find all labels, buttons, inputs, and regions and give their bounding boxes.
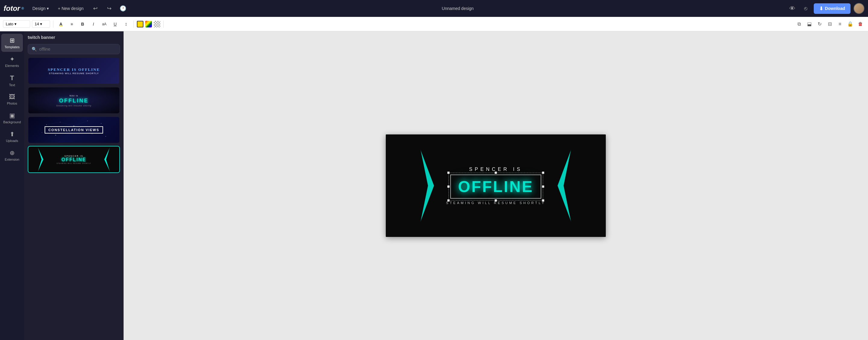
separator — [53, 21, 53, 28]
template-4-left-overlay — [28, 147, 41, 173]
template-4-right-overlay — [106, 147, 119, 173]
top-navigation: fotor® Design ▾ + New design ↩ ↪ 🕐 Unnam… — [0, 0, 868, 17]
svg-point-7 — [92, 133, 92, 134]
template-1-title: SPENCER IS OFFLINE — [48, 67, 100, 72]
fill-color-swatch[interactable] — [137, 21, 144, 27]
template-4-center: SPENCER IS OFFLINE STEAMING WILL RESUME … — [57, 155, 91, 164]
svg-point-5 — [41, 132, 42, 133]
uploads-icon: ⬆ — [10, 130, 15, 138]
handle-top-center[interactable] — [495, 172, 497, 174]
sidebar-item-background[interactable]: ▣ Background — [1, 109, 23, 127]
handle-bottom-right[interactable] — [542, 199, 544, 202]
elements-icon: ✦ — [10, 56, 15, 63]
handle-mid-right[interactable] — [542, 185, 544, 188]
search-input[interactable] — [39, 47, 116, 52]
svg-point-4 — [101, 123, 101, 124]
history-button[interactable]: 🕐 — [118, 3, 128, 13]
handle-bottom-left[interactable] — [447, 199, 450, 202]
delete-button[interactable]: 🗑 — [856, 20, 865, 29]
rotate-button[interactable]: ↻ — [815, 20, 824, 29]
font-color-btn[interactable]: A — [56, 20, 65, 29]
template-item-3[interactable]: CONSTELLATION VIEWS — [28, 116, 120, 144]
main-area: ⊞ Templates ✦ Elements T Text 🖼 Photos ▣… — [0, 31, 868, 340]
vertical-align-button[interactable]: ⬓ — [805, 20, 814, 29]
lock-button[interactable]: 🔒 — [846, 20, 855, 29]
templates-panel: twitch banner 🔍 SPENCER IS OFFLINE STEAM… — [24, 31, 124, 340]
search-bar: 🔍 — [28, 44, 120, 54]
svg-point-6 — [55, 135, 56, 136]
text-align-button[interactable]: ≡ — [67, 20, 76, 29]
design-canvas: SPENCER IS OFFLINE STEAMING WILL RESUME … — [386, 134, 606, 237]
font-color-button[interactable]: A — [56, 20, 65, 29]
handle-top-right[interactable] — [542, 172, 544, 174]
canvas-area[interactable]: SPENCER IS OFFLINE STEAMING WILL RESUME … — [124, 31, 868, 340]
svg-line-11 — [74, 121, 87, 126]
text-icon: T — [10, 74, 14, 82]
canvas-offline-text[interactable]: OFFLINE — [458, 178, 533, 196]
canvas-content: SPENCER IS OFFLINE STEAMING WILL RESUME … — [386, 134, 606, 237]
template-4-subtitle: STEAMING WILL RESUME SHORTLY — [57, 162, 91, 164]
templates-icon: ⊞ — [10, 37, 15, 44]
duplicate-button[interactable]: ⧉ — [795, 20, 804, 29]
template-grid: SPENCER IS OFFLINE STEAMING WILL RESUME … — [28, 57, 120, 173]
template-item-1[interactable]: SPENCER IS OFFLINE STEAMING WILL RESUME … — [28, 57, 120, 84]
text-effect-button[interactable] — [145, 21, 152, 27]
template-item-2[interactable]: Niki is OFFLINE Steaming will resume sho… — [28, 87, 120, 114]
design-menu-button[interactable]: Design ▾ — [30, 5, 52, 12]
underline-button[interactable]: U — [111, 20, 120, 29]
horizontal-align-button[interactable]: ⊟ — [825, 20, 834, 29]
template-item-4[interactable]: SPENCER IS OFFLINE STEAMING WILL RESUME … — [28, 146, 120, 173]
sidebar-item-photos[interactable]: 🖼 Photos — [1, 90, 23, 108]
bold-button[interactable]: B — [78, 20, 87, 29]
logo-sup: ® — [22, 6, 24, 10]
template-4-offline: OFFLINE — [57, 157, 91, 162]
canvas-offline-selected-box[interactable]: OFFLINE — [450, 175, 541, 198]
new-design-button[interactable]: + New design — [55, 5, 87, 12]
sidebar-item-label: Background — [3, 120, 21, 124]
extension-icon: ⊕ — [10, 149, 15, 156]
sidebar-item-extension[interactable]: ⊕ Extension — [1, 146, 23, 164]
font-family-selector[interactable]: Lato ▾ — [3, 20, 30, 28]
share-button[interactable]: ⎋ — [801, 3, 811, 13]
left-sidebar: ⊞ Templates ✦ Elements T Text 🖼 Photos ▣… — [0, 31, 24, 340]
sidebar-item-elements[interactable]: ✦ Elements — [1, 53, 23, 70]
panel-title: twitch banner — [28, 35, 120, 40]
document-title[interactable]: Unnamed design — [132, 6, 784, 11]
template-2-sub: Steaming will resume shortly — [56, 104, 91, 107]
sidebar-item-text[interactable]: T Text — [1, 71, 23, 90]
sidebar-item-label: Uploads — [6, 139, 18, 143]
template-2-offline: OFFLINE — [59, 98, 89, 104]
avatar[interactable] — [854, 3, 864, 14]
italic-button[interactable]: I — [89, 20, 98, 29]
photos-icon: 🖼 — [9, 93, 15, 100]
sidebar-item-label: Photos — [7, 101, 17, 105]
chevron-down-icon: ▾ — [14, 22, 17, 26]
layers-button[interactable]: ≡ — [835, 20, 844, 29]
sidebar-item-uploads[interactable]: ⬆ Uploads — [1, 127, 23, 146]
sidebar-item-label: Extension — [5, 158, 19, 161]
logo[interactable]: fotor® — [4, 4, 24, 13]
handle-bottom-center[interactable] — [495, 199, 497, 202]
template-3-text: CONSTELLATION VIEWS — [44, 126, 103, 133]
download-icon: ⬇ — [819, 6, 823, 11]
svg-line-9 — [46, 122, 60, 125]
separator — [163, 21, 164, 28]
sidebar-item-label: Templates — [4, 45, 20, 49]
chevron-down-icon: ▾ — [40, 22, 42, 26]
logo-text: fotor — [4, 4, 20, 13]
sidebar-item-templates[interactable]: ⊞ Templates — [1, 34, 23, 52]
line-height-button[interactable]: ↕ — [121, 20, 130, 29]
undo-button[interactable]: ↩ — [90, 3, 100, 13]
redo-button[interactable]: ↪ — [104, 3, 114, 13]
opacity-button[interactable] — [154, 21, 160, 27]
font-size-selector[interactable]: 14 ▾ — [32, 20, 50, 28]
handle-top-left[interactable] — [447, 172, 450, 174]
text-toolbar: Lato ▾ 14 ▾ A ≡ B I aA U ↕ ⧉ ⬓ ↻ ⊟ ≡ 🔒 🗑 — [0, 17, 868, 31]
handle-mid-left[interactable] — [447, 185, 450, 188]
aa-button[interactable]: aA — [100, 20, 109, 29]
preview-button[interactable]: 👁 — [787, 3, 798, 13]
template-2-name: Niki is — [70, 94, 78, 97]
svg-point-8 — [105, 136, 106, 137]
search-icon: 🔍 — [32, 47, 37, 52]
download-button[interactable]: ⬇ Download — [814, 3, 850, 14]
